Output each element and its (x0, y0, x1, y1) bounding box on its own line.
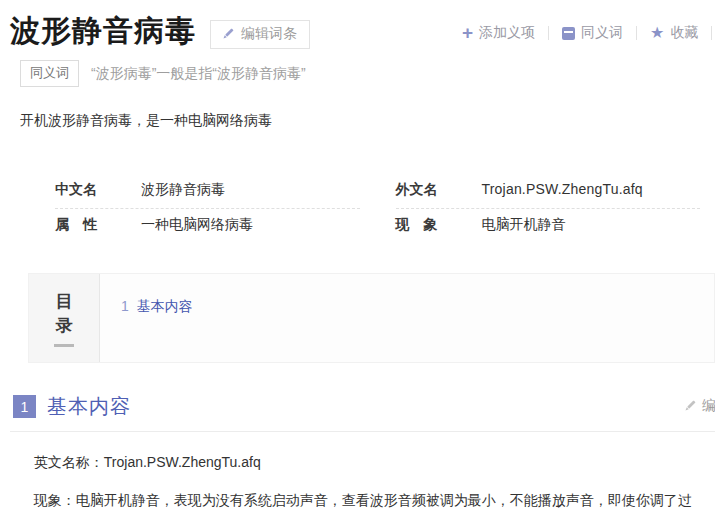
toc-underline (54, 344, 74, 347)
synonym-row: 同义词 “波形病毒”一般是指“波形静音病毒” (20, 60, 715, 87)
baike-entry-page: { "header": { "title": "波形静音病毒", "edit_b… (0, 0, 715, 508)
favorite-button[interactable]: ★ 收藏 (650, 24, 698, 42)
divider (711, 26, 712, 40)
pencil-icon (683, 399, 697, 413)
synonym-button[interactable]: 同义词 (562, 24, 623, 42)
paragraph-phenomenon: 现象：电脑开机静音，表现为没有系统启动声音，查看波形音频被调为最小，不能播放声音… (3, 487, 715, 508)
divider (636, 26, 637, 40)
section-title: 基本内容 (47, 393, 131, 420)
info-value: 电脑开机静音 (482, 216, 566, 234)
toc-title-char: 录 (56, 314, 73, 338)
pencil-icon (221, 27, 235, 41)
info-value: Trojan.PSW.ZhengTu.afq (482, 181, 643, 197)
info-label: 外文名 (396, 181, 458, 199)
section-heading: 1 基本内容 编辑 (0, 393, 715, 420)
section-number-badge: 1 (13, 395, 36, 418)
info-row-phenomenon: 现 象 电脑开机静音 (396, 209, 701, 243)
toc-item-number: 1 (121, 298, 129, 314)
article-body: 英文名称：Trojan.PSW.ZhengTu.afq 现象：电脑开机静音，表现… (0, 432, 715, 508)
table-of-contents: 目 录 1基本内容 (28, 273, 715, 363)
page-title: 波形静音病毒 (10, 12, 196, 50)
entry-header: 波形静音病毒 编辑词条 + 添加义项 同义词 ★ (0, 0, 715, 87)
info-label: 中文名 (55, 181, 117, 199)
info-row-chinese-name: 中文名 波形静音病毒 (55, 174, 360, 209)
favorite-label: 收藏 (670, 24, 698, 42)
synonym-icon (562, 27, 575, 40)
basic-info-box: 中文名 波形静音病毒 外文名 Trojan.PSW.ZhengTu.afq 属 … (0, 174, 715, 243)
info-label: 现 象 (396, 216, 458, 234)
toc-title-char: 目 (56, 290, 73, 314)
info-value: 波形静音病毒 (141, 181, 225, 199)
entry-summary: 开机波形静音病毒，是一种电脑网络病毒 (20, 112, 715, 130)
toc-item-basic-content[interactable]: 1基本内容 (121, 298, 714, 316)
toc-title: 目 录 (29, 274, 100, 362)
toc-item-link[interactable]: 基本内容 (137, 298, 193, 314)
plus-icon: + (462, 26, 473, 40)
add-sense-button[interactable]: + 添加义项 (462, 24, 535, 42)
info-label: 属 性 (55, 216, 117, 234)
synonym-note: “波形病毒”一般是指“波形静音病毒” (91, 65, 306, 83)
divider (548, 26, 549, 40)
edit-entry-label: 编辑词条 (241, 25, 297, 43)
toc-list: 1基本内容 (100, 274, 714, 362)
star-icon: ★ (650, 26, 664, 40)
edit-entry-button[interactable]: 编辑词条 (210, 20, 310, 49)
info-row-foreign-name: 外文名 Trojan.PSW.ZhengTu.afq (396, 174, 701, 209)
section-edit-label: 编辑 (702, 397, 715, 415)
info-value: 一种电脑网络病毒 (141, 216, 253, 234)
paragraph-english-name: 英文名称：Trojan.PSW.ZhengTu.afq (3, 449, 715, 475)
add-sense-label: 添加义项 (479, 24, 535, 42)
info-row-attribute: 属 性 一种电脑网络病毒 (55, 209, 360, 243)
header-actions: + 添加义项 同义词 ★ 收藏 (462, 24, 715, 42)
section-edit-button[interactable]: 编辑 (683, 397, 715, 415)
synonym-tag: 同义词 (20, 60, 79, 87)
synonym-label: 同义词 (581, 24, 623, 42)
